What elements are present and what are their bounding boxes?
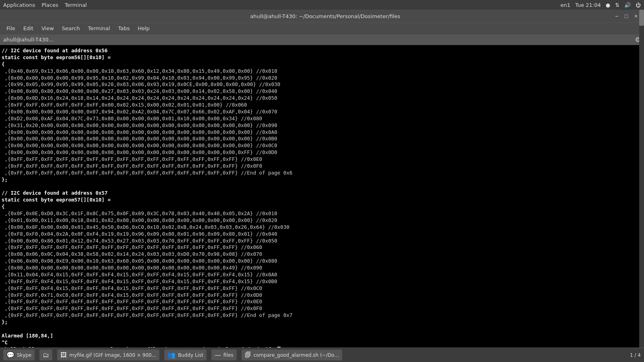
taskbar-buddy-label: Buddy List: [178, 352, 203, 358]
menu-edit[interactable]: Edit: [20, 25, 37, 32]
title-bar: ahull@ahull-T430: ~/Documents/Personal/D…: [0, 10, 644, 23]
taskbar-compare-label: compare_good_alarmed.sh (~/Do...: [254, 352, 339, 358]
locale-label: en1: [560, 2, 570, 8]
taskbar-myfile-label: myfile.gif (GIF Image, 644 × 362...: [69, 352, 156, 358]
volume-icon[interactable]: 🔊: [624, 2, 631, 8]
maximize-button[interactable]: □: [623, 13, 630, 19]
taskbar-skype-label: Skype: [17, 352, 31, 358]
menu-file[interactable]: File: [3, 25, 19, 32]
bullet-separator: ●: [606, 2, 610, 8]
terminal-menu[interactable]: Terminal: [65, 2, 87, 8]
taskbar-files-label: files: [223, 352, 233, 358]
menu-search[interactable]: Search: [59, 25, 83, 32]
tab-bar-left: ahull@ahull-T430...: [3, 37, 54, 43]
window-controls: − □ ×: [613, 13, 639, 19]
scrollbar-thumb[interactable]: [639, 10, 644, 26]
files-icon: —: [215, 351, 221, 359]
menu-terminal[interactable]: Terminal: [85, 25, 113, 32]
menu-help[interactable]: Help: [134, 25, 153, 32]
menu-tabs[interactable]: Tabs: [115, 25, 133, 32]
buddy-icon: 👥: [167, 351, 175, 359]
taskbar-files[interactable]: — files: [211, 350, 237, 360]
taskbar-skype[interactable]: 💬 Skype: [3, 350, 35, 360]
taskbar: 💬 Skype 🗂 🖼 myfile.gif (GIF Image, 1600 …: [0, 348, 644, 362]
tab-username[interactable]: ahull@ahull-T430...: [3, 37, 54, 43]
minimize-button[interactable]: −: [613, 13, 620, 19]
taskbar-compare[interactable]: 🗐 compare_good_alarmed.sh (~/Do...: [242, 350, 342, 360]
network-icon: ⇅: [615, 2, 619, 8]
skype-icon: 💬: [6, 351, 14, 359]
close-button[interactable]: ×: [633, 13, 639, 19]
taskbar-buddy[interactable]: 👥 Buddy List: [164, 350, 206, 360]
image-icon: 🖼: [60, 351, 67, 359]
power-icon[interactable]: ⏻: [636, 2, 641, 8]
applications-menu[interactable]: Applications: [3, 2, 35, 8]
page-indicator: 1 / 4: [630, 352, 641, 358]
terminal-content[interactable]: // I2C device found at address 0x56 stat…: [0, 45, 644, 348]
system-bar-left: Applications Places Terminal: [3, 2, 87, 8]
system-bar: Applications Places Terminal en1 Tue 21:…: [0, 0, 644, 10]
script-icon: 🗐: [245, 351, 251, 359]
scrollbar[interactable]: [639, 10, 644, 348]
taskbar-myfile[interactable]: 🖼 myfile.gif (GIF Image, 644 × 362...: [57, 350, 159, 360]
tab-bar: ahull@ahull-T430... ⚙: [0, 34, 644, 45]
window-title: ahull@ahull-T430: ~/Documents/Personal/D…: [37, 13, 613, 19]
places-menu[interactable]: Places: [41, 2, 58, 8]
menu-bar: File Edit View Search Terminal Tabs Help: [0, 23, 644, 34]
time-label: Tue 21:04: [575, 2, 601, 8]
menu-view[interactable]: View: [38, 25, 57, 32]
system-bar-right: en1 Tue 21:04 ● ⇅ 🔊 ⏻: [560, 2, 641, 8]
taskbar-files-manager[interactable]: 🗂: [39, 350, 52, 360]
files-manager-icon: 🗂: [43, 351, 49, 359]
